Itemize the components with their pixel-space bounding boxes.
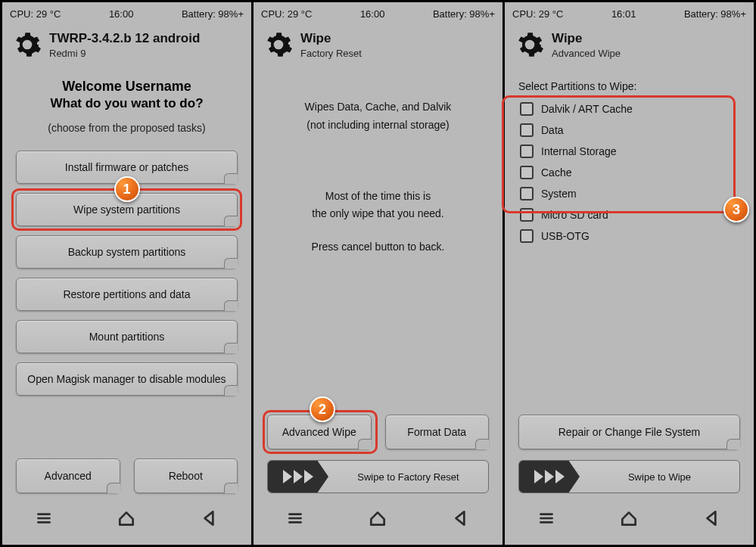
header-title: Wipe xyxy=(552,31,621,46)
status-cpu: CPU: 29 °C xyxy=(261,8,312,20)
partition-internal[interactable]: Internal Storage xyxy=(518,141,740,162)
partition-data[interactable]: Data xyxy=(518,120,740,141)
nav-back-icon[interactable] xyxy=(695,504,730,533)
header-subtitle: Advanced Wipe xyxy=(552,48,621,59)
welcome-block: Welcome Username What do you want to do?… xyxy=(16,79,238,134)
nav-home-icon[interactable] xyxy=(109,504,144,533)
advanced-button[interactable]: Advanced xyxy=(16,458,120,493)
panel-header: Wipe Factory Reset xyxy=(254,23,502,65)
status-time: 16:00 xyxy=(360,8,385,20)
gear-icon xyxy=(515,30,544,59)
callout-2: 2 xyxy=(310,396,335,422)
wipe-desc-2: Most of the time this is the only wipe t… xyxy=(267,188,489,256)
partition-system[interactable]: System xyxy=(518,183,740,204)
repair-filesystem-button[interactable]: Repair or Change File System xyxy=(518,415,740,449)
nav-home-icon[interactable] xyxy=(360,504,395,533)
status-cpu: CPU: 29 °C xyxy=(512,8,563,20)
partition-list: Dalvik / ART Cache Data Internal Storage… xyxy=(518,98,740,247)
backup-partitions-button[interactable]: Backup system partitions xyxy=(16,235,238,269)
callout-1: 1 xyxy=(114,176,140,202)
welcome-line2: What do you want to do? xyxy=(16,96,238,111)
swipe-handle-icon xyxy=(519,461,580,493)
welcome-line1: Welcome Username xyxy=(16,79,238,95)
restore-partitions-button[interactable]: Restore pertitions and data xyxy=(16,278,238,311)
header-subtitle: Factory Reset xyxy=(300,48,362,59)
panel-advanced-wipe: CPU: 29 °C 16:01 Battery: 98%+ Wipe Adva… xyxy=(505,2,754,545)
checkbox-icon xyxy=(520,102,534,116)
swipe-label: Swipe to Wipe xyxy=(580,471,739,483)
status-time: 16:01 xyxy=(611,8,636,20)
section-label: Select Partitions to Wipe: xyxy=(518,80,740,92)
gear-icon xyxy=(13,30,42,59)
status-bar: CPU: 29 °C 16:01 Battery: 98%+ xyxy=(505,2,754,23)
panel-header: TWRP-3.4.2.b 12 android Redmi 9 xyxy=(2,23,251,65)
nav-back-icon[interactable] xyxy=(443,504,478,533)
checkbox-icon xyxy=(520,166,534,179)
nav-menu-icon[interactable] xyxy=(529,504,564,533)
status-battery: Battery: 98%+ xyxy=(182,8,244,20)
status-bar: CPU: 29 °C 16:00 Battery: 98%+ xyxy=(254,2,502,23)
partition-microsd[interactable]: Micro SD card xyxy=(518,204,740,225)
panel-wipe: CPU: 29 °C 16:00 Battery: 98%+ Wipe Fact… xyxy=(254,2,505,545)
wipe-desc-1: Wipes Data, Cache, and Dalvik (not inclu… xyxy=(267,98,489,135)
nav-menu-icon[interactable] xyxy=(278,504,313,533)
mount-partitions-button[interactable]: Mount partitions xyxy=(16,320,238,353)
reboot-button[interactable]: Reboot xyxy=(134,458,238,493)
gear-icon xyxy=(264,30,293,59)
status-battery: Battery: 98%+ xyxy=(684,8,746,20)
partition-cache[interactable]: Cache xyxy=(518,162,740,183)
panel-main: CPU: 29 °C 16:00 Battery: 98%+ TWRP-3.4.… xyxy=(2,2,254,545)
header-title: TWRP-3.4.2.b 12 android xyxy=(49,31,200,46)
status-cpu: CPU: 29 °C xyxy=(10,8,61,20)
header-title: Wipe xyxy=(300,31,362,46)
nav-back-icon[interactable] xyxy=(192,504,227,533)
nav-menu-icon[interactable] xyxy=(26,504,61,533)
callout-3: 3 xyxy=(723,197,749,222)
swipe-label: Swipe to Factory Reset xyxy=(328,471,488,483)
swipe-factory-reset[interactable]: Swipe to Factory Reset xyxy=(267,460,489,493)
checkbox-icon xyxy=(520,229,534,243)
checkbox-icon xyxy=(520,123,534,137)
magisk-button[interactable]: Open Magisk manager to disable modules xyxy=(16,362,238,396)
status-battery: Battery: 98%+ xyxy=(433,8,495,20)
header-subtitle: Redmi 9 xyxy=(49,48,200,59)
swipe-handle-icon xyxy=(268,461,328,493)
status-bar: CPU: 29 °C 16:00 Battery: 98%+ xyxy=(2,2,251,23)
welcome-hint: (choose from the proposed tasks) xyxy=(16,122,238,134)
checkbox-icon xyxy=(520,145,534,158)
nav-home-icon[interactable] xyxy=(611,504,646,533)
panel-header: Wipe Advanced Wipe xyxy=(505,23,754,65)
checkbox-icon xyxy=(520,187,534,200)
partition-dalvik[interactable]: Dalvik / ART Cache xyxy=(518,98,740,120)
format-data-button[interactable]: Format Data xyxy=(385,415,490,449)
swipe-to-wipe[interactable]: Swipe to Wipe xyxy=(518,460,740,493)
partition-usbotg[interactable]: USB-OTG xyxy=(518,225,740,247)
checkbox-icon xyxy=(520,208,534,222)
status-time: 16:00 xyxy=(109,8,134,20)
